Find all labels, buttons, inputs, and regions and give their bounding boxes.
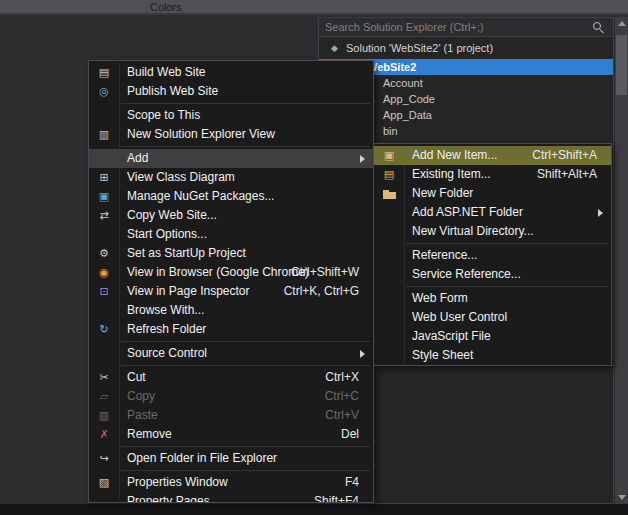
menu-item-shortcut: Ctrl+C bbox=[325, 387, 359, 406]
menu-item-label: JavaScript File bbox=[412, 327, 491, 346]
menu-item-label: Manage NuGet Packages... bbox=[127, 187, 274, 206]
build-icon: ▤ bbox=[89, 63, 119, 82]
menu-separator bbox=[121, 470, 370, 471]
menu-separator bbox=[121, 146, 370, 147]
menu-item[interactable]: ⚙ Set as StartUp Project bbox=[89, 244, 373, 263]
add-new-item-icon: ▣ bbox=[374, 146, 404, 165]
menu-item[interactable]: ▤ Existing Item... Shift+Alt+A bbox=[374, 165, 611, 184]
add-submenu: ▣ Add New Item... Ctrl+Shift+A ▤ Existin… bbox=[373, 143, 612, 366]
copy-web-site-icon: ⇄ bbox=[89, 206, 119, 225]
search-input[interactable]: Search Solution Explorer (Ctrl+;) bbox=[319, 18, 613, 37]
menu-item-label: Property Pages bbox=[127, 492, 210, 503]
startup-gear-icon: ⚙ bbox=[89, 244, 119, 263]
menu-item[interactable]: ⊞ View Class Diagram bbox=[89, 168, 373, 187]
menu-item-label: Add New Item... bbox=[412, 146, 497, 165]
menu-item[interactable]: Style Sheet bbox=[374, 346, 611, 365]
window-title-bar: Colors bbox=[0, 0, 628, 15]
menu-item-shortcut: Ctrl+K, Ctrl+G bbox=[284, 282, 359, 301]
menu-item-label: View in Browser (Google Chrome) bbox=[127, 263, 309, 282]
page-inspector-icon: ⊡ bbox=[89, 282, 119, 301]
menu-item-label: Add bbox=[127, 149, 148, 168]
menu-item-shortcut: F4 bbox=[345, 473, 359, 492]
horizontal-scrollbar-track[interactable] bbox=[0, 504, 628, 515]
existing-item-icon: ▤ bbox=[374, 165, 404, 184]
paste-icon: ▥ bbox=[89, 406, 119, 425]
menu-item[interactable]: ◎ Publish Web Site bbox=[89, 82, 373, 101]
menu-item: ▱ Copy Ctrl+C bbox=[89, 387, 373, 406]
scrollbar-thumb[interactable] bbox=[616, 35, 627, 95]
menu-item-label: Paste bbox=[127, 406, 158, 425]
menu-item[interactable]: Start Options... bbox=[89, 225, 373, 244]
menu-item[interactable]: Source Control bbox=[89, 344, 373, 363]
menu-item[interactable]: New Folder bbox=[374, 184, 611, 203]
menu-item[interactable]: Web Form bbox=[374, 289, 611, 308]
menu-item-shortcut: Ctrl+V bbox=[325, 406, 359, 425]
menu-item-label: Copy bbox=[127, 387, 155, 406]
menu-item[interactable]: New Virtual Directory... bbox=[374, 222, 611, 241]
menu-item[interactable]: Service Reference... bbox=[374, 265, 611, 284]
copy-icon: ▱ bbox=[89, 387, 119, 406]
properties-icon: ▨ bbox=[89, 473, 119, 492]
menu-item-label: Reference... bbox=[412, 246, 477, 265]
menu-item[interactable]: ◉ View in Browser (Google Chrome) Ctrl+S… bbox=[89, 263, 373, 282]
solution-node[interactable]: ◆ Solution 'WebSite2' (1 project) bbox=[319, 41, 613, 57]
menu-item-label: Web User Control bbox=[412, 308, 507, 327]
menu-item-label: View in Page Inspector bbox=[127, 282, 250, 301]
vertical-scrollbar[interactable] bbox=[614, 17, 628, 504]
menu-item-label: Build Web Site bbox=[127, 63, 206, 82]
menu-item-label: Scope to This bbox=[127, 106, 200, 125]
menu-item[interactable]: Browse With... bbox=[89, 301, 373, 320]
menu-item[interactable]: ▤ Build Web Site bbox=[89, 63, 373, 82]
solution-label: Solution 'WebSite2' (1 project) bbox=[346, 42, 493, 54]
window-title: Colors bbox=[150, 1, 182, 13]
menu-item-label: Open Folder in File Explorer bbox=[127, 449, 277, 468]
menu-item[interactable]: ↪ Open Folder in File Explorer bbox=[89, 449, 373, 468]
menu-item-label: Service Reference... bbox=[412, 265, 521, 284]
menu-item[interactable]: JavaScript File bbox=[374, 327, 611, 346]
menu-item-label: New Solution Explorer View bbox=[127, 125, 275, 144]
menu-item-label: Set as StartUp Project bbox=[127, 244, 246, 263]
cut-scissors-icon: ✂ bbox=[89, 368, 119, 387]
submenu-arrow-icon bbox=[598, 209, 603, 217]
menu-item[interactable]: ▣ Add New Item... Ctrl+Shift+A bbox=[374, 146, 611, 165]
context-menu: ▤ Build Web Site ◎ Publish Web Site Scop… bbox=[88, 60, 374, 503]
menu-item[interactable]: Add ASP.NET Folder bbox=[374, 203, 611, 222]
menu-separator bbox=[406, 243, 608, 244]
menu-item-shortcut: Ctrl+Shift+A bbox=[532, 146, 597, 165]
browser-icon: ◉ bbox=[89, 263, 119, 282]
menu-item[interactable]: Reference... bbox=[374, 246, 611, 265]
menu-item[interactable]: Web User Control bbox=[374, 308, 611, 327]
menu-separator bbox=[406, 286, 608, 287]
context-menu-items: ▤ Build Web Site ◎ Publish Web Site Scop… bbox=[89, 63, 373, 503]
menu-item[interactable]: ▨ Properties Window F4 bbox=[89, 473, 373, 492]
nuget-icon: ▣ bbox=[89, 187, 119, 206]
menu-item[interactable]: ✗ Remove Del bbox=[89, 425, 373, 444]
scroll-down-icon[interactable] bbox=[615, 490, 628, 504]
search-icon[interactable] bbox=[593, 22, 601, 30]
menu-separator bbox=[121, 365, 370, 366]
menu-item[interactable]: Add bbox=[89, 149, 373, 168]
menu-item-shortcut: Ctrl+X bbox=[325, 368, 359, 387]
menu-item-label: View Class Diagram bbox=[127, 168, 235, 187]
menu-item[interactable]: ▣ Manage NuGet Packages... bbox=[89, 187, 373, 206]
menu-item: ▥ Paste Ctrl+V bbox=[89, 406, 373, 425]
menu-item-label: Refresh Folder bbox=[127, 320, 206, 339]
menu-item-shortcut: Shift+Alt+A bbox=[537, 165, 597, 184]
menu-item[interactable]: Scope to This bbox=[89, 106, 373, 125]
menu-item[interactable]: ⊡ View in Page Inspector Ctrl+K, Ctrl+G bbox=[89, 282, 373, 301]
menu-item[interactable]: Property Pages Shift+F4 bbox=[89, 492, 373, 503]
menu-item-label: New Virtual Directory... bbox=[412, 222, 534, 241]
menu-item[interactable]: ⇄ Copy Web Site... bbox=[89, 206, 373, 225]
submenu-arrow-icon bbox=[360, 350, 365, 358]
menu-item-label: Existing Item... bbox=[412, 165, 491, 184]
menu-item[interactable]: ↻ Refresh Folder bbox=[89, 320, 373, 339]
menu-item-shortcut: Del bbox=[341, 425, 359, 444]
menu-item-label: Source Control bbox=[127, 344, 207, 363]
menu-item-label: Style Sheet bbox=[412, 346, 473, 365]
menu-item[interactable]: ▥ New Solution Explorer View bbox=[89, 125, 373, 144]
scroll-up-icon[interactable] bbox=[615, 17, 628, 31]
menu-item-label: Cut bbox=[127, 368, 146, 387]
menu-item-label: Start Options... bbox=[127, 225, 207, 244]
menu-item[interactable]: ✂ Cut Ctrl+X bbox=[89, 368, 373, 387]
publish-icon: ◎ bbox=[89, 82, 119, 101]
